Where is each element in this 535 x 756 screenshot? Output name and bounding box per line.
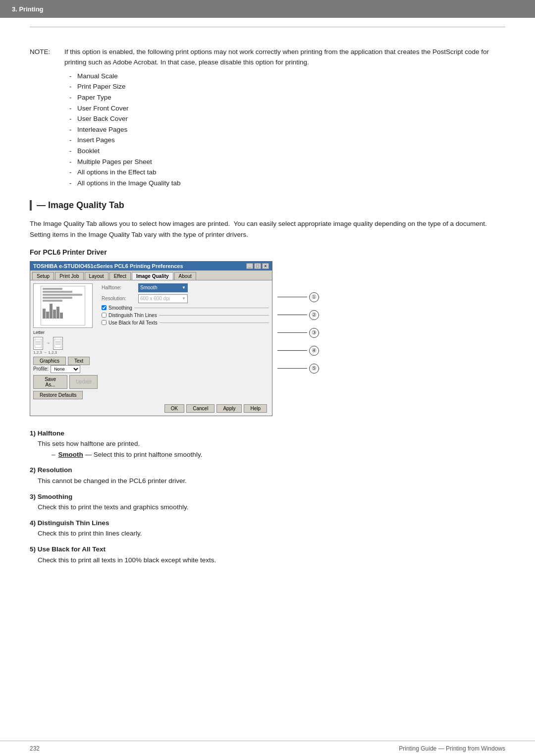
profile-row: Profile: None <box>33 365 98 373</box>
note-body: If this option is enabled, the following… <box>64 48 489 66</box>
minimize-icon[interactable]: _ <box>246 263 253 269</box>
svg-rect-4 <box>54 339 61 348</box>
resolution-label: Resolution: <box>102 296 136 301</box>
use-black-checkbox[interactable] <box>102 320 107 325</box>
ok-button[interactable]: OK <box>164 404 184 413</box>
callout-hline <box>277 368 307 369</box>
restore-button[interactable]: Restore Defaults <box>33 391 83 399</box>
list-item: Interleave Pages <box>69 124 505 135</box>
desc-body: This sets how halftone are printed. Smoo… <box>30 438 505 460</box>
dialog-left-lower: Letter → 1,2,3 → 1,2,3 <box>33 330 98 355</box>
header-bar: 3. Printing <box>0 0 535 18</box>
dialog-tabs: Setup Print Job Layout Effect Image Qual… <box>30 270 272 280</box>
tab-imagequality[interactable]: Image Quality <box>132 272 173 280</box>
tab-about[interactable]: About <box>174 272 196 280</box>
chart-bar <box>53 310 56 319</box>
footer-right: Printing Guide — Printing from Windows <box>399 745 505 752</box>
desc-title: 5) Use Black for All Text <box>30 544 505 555</box>
chart-bar <box>50 304 53 319</box>
callout-hline <box>277 350 307 351</box>
list-item: Multiple Pages per Sheet <box>69 157 505 167</box>
tab-printjob[interactable]: Print Job <box>55 272 83 280</box>
callout-number: ④ <box>309 346 319 356</box>
desc-item-resolution: 2) Resolution This cannot be changed in … <box>30 465 505 486</box>
dialog-titlebar-icons: _ □ × <box>246 263 269 269</box>
page-range: 1,2,3 → 1,2,3 <box>33 350 98 355</box>
restore-row: Restore Defaults <box>33 391 98 399</box>
dialog-left: Letter → 1,2,3 → 1,2,3 <box>33 283 98 399</box>
desc-item-distinguish: 4) Distinguish Thin Lines Check this to … <box>30 518 505 539</box>
svg-rect-0 <box>35 339 42 348</box>
list-item: Manual Scale <box>69 71 505 82</box>
paper-label: Letter <box>33 330 98 335</box>
apply-button[interactable]: Apply <box>216 404 242 413</box>
header-label: 3. Printing <box>12 5 44 13</box>
profile-select[interactable]: None <box>51 365 80 373</box>
resolution-row: Resolution: 600 x 600 dpi ▼ <box>102 294 269 303</box>
paper-icon-1 <box>33 337 43 350</box>
note-text: If this option is enabled, the following… <box>64 47 505 188</box>
update-button[interactable]: Update <box>69 375 98 389</box>
dialog-right: Halftone: Smooth ▼ Resolution: 600 x 600… <box>102 283 269 399</box>
graphics-button[interactable]: Graphics <box>33 357 66 365</box>
desc-title: 4) Distinguish Thin Lines <box>30 518 505 529</box>
section-heading: — Image Quality Tab <box>30 200 505 211</box>
callout-3: ③ <box>277 326 319 339</box>
dialog-wrap: TOSHIBA e-STUDIO451cSeries PCL6 Printing… <box>30 261 505 416</box>
chart-bar <box>60 313 63 319</box>
halftone-row: Halftone: Smooth ▼ <box>102 283 269 292</box>
profile-label: Profile: <box>33 366 49 372</box>
save-as-button[interactable]: Save As... <box>33 375 67 389</box>
distinguish-checkbox[interactable] <box>102 313 107 318</box>
desc-body: Check this to print thin lines clearly. <box>30 528 505 539</box>
callout-container: ① ② ③ ④ ⑤ <box>277 291 319 375</box>
chart-bar <box>56 307 59 319</box>
text-button[interactable]: Text <box>68 357 90 365</box>
pcl6-subheading: For PCL6 Printer Driver <box>30 248 505 256</box>
callout-5: ⑤ <box>277 362 319 375</box>
desc-list: 1) Halftone This sets how halftone are p… <box>30 428 505 566</box>
dropdown-arrow-icon: ▼ <box>182 296 186 301</box>
list-item: All options in the Image Quality tab <box>69 178 505 189</box>
desc-item-useblack: 5) Use Black for All Text Check this to … <box>30 544 505 565</box>
dialog-body: Letter → 1,2,3 → 1,2,3 <box>30 280 272 402</box>
note-label: NOTE: <box>30 47 64 188</box>
tab-layout[interactable]: Layout <box>85 272 108 280</box>
preview-line <box>43 291 72 293</box>
dialog-title: TOSHIBA e-STUDIO451cSeries PCL6 Printing… <box>33 263 183 269</box>
help-button[interactable]: Help <box>244 404 267 413</box>
callout-hline <box>277 332 307 333</box>
restore-icon[interactable]: □ <box>254 263 261 269</box>
tab-setup[interactable]: Setup <box>32 272 54 280</box>
list-item: Paper Type <box>69 92 505 103</box>
preview-inner <box>41 286 85 325</box>
use-black-row: Use Black for All Texts <box>102 320 269 325</box>
callout-2: ② <box>277 309 319 322</box>
callout-number: ② <box>309 310 319 320</box>
preview-line <box>43 294 82 296</box>
distinguish-label: Distinguish Thin Lines <box>108 313 157 318</box>
graphics-text-buttons: Graphics Text <box>33 357 98 365</box>
preview-lines <box>43 288 83 302</box>
desc-title: 1) Halftone <box>30 428 505 439</box>
smooth-bold: Smooth <box>58 451 83 458</box>
close-icon[interactable]: × <box>262 263 269 269</box>
desc-title: 2) Resolution <box>30 465 505 476</box>
chart-bar <box>46 312 49 319</box>
list-item: Booklet <box>69 146 505 157</box>
list-item: User Back Cover <box>69 113 505 124</box>
list-item: All options in the Effect tab <box>69 167 505 178</box>
tab-effect[interactable]: Effect <box>109 272 131 280</box>
cancel-button[interactable]: Cancel <box>186 404 214 413</box>
resolution-value: 600 x 600 dpi <box>140 296 170 301</box>
preview-line <box>43 300 62 302</box>
smoothing-checkbox[interactable] <box>102 305 107 310</box>
callout-4: ④ <box>277 344 319 357</box>
main-content: NOTE: If this option is enabled, the fol… <box>0 27 535 600</box>
desc-sub: Smooth — Select this to print halftone s… <box>38 449 505 460</box>
preview-line <box>43 297 72 299</box>
list-item: Print Paper Size <box>69 81 505 92</box>
dialog-titlebar: TOSHIBA e-STUDIO451cSeries PCL6 Printing… <box>30 262 272 270</box>
chart-bar <box>43 309 46 319</box>
halftone-combo[interactable]: Smooth ▼ <box>138 283 188 292</box>
